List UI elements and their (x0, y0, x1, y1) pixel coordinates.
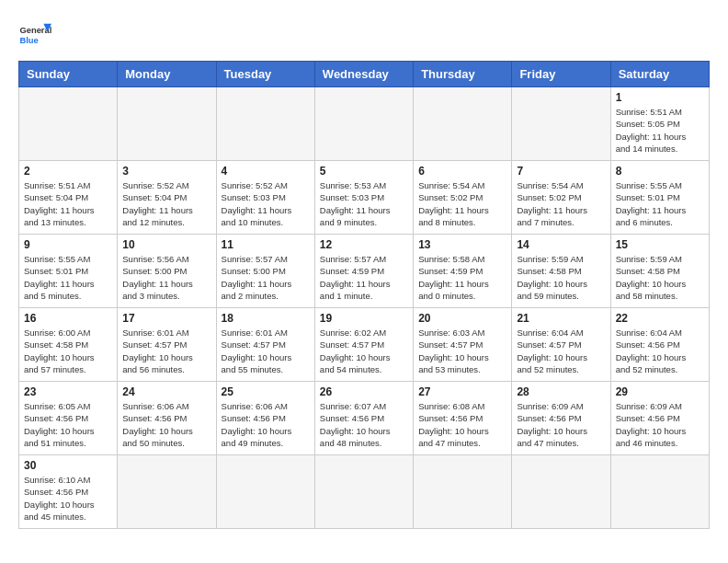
day-info: Sunrise: 5:57 AM Sunset: 5:00 PM Dayligh… (222, 253, 310, 302)
day-info: Sunrise: 6:06 AM Sunset: 4:56 PM Dayligh… (122, 400, 210, 449)
calendar-day-cell: 4Sunrise: 5:52 AM Sunset: 5:03 PM Daylig… (216, 161, 314, 235)
day-header-wednesday: Wednesday (314, 62, 413, 87)
calendar-day-cell: 21Sunrise: 6:04 AM Sunset: 4:57 PM Dayli… (512, 308, 610, 382)
calendar-day-cell (414, 87, 512, 161)
day-number: 5 (320, 165, 408, 178)
calendar-day-cell: 19Sunrise: 6:02 AM Sunset: 4:57 PM Dayli… (314, 308, 413, 382)
day-info: Sunrise: 5:59 AM Sunset: 4:58 PM Dayligh… (616, 253, 704, 302)
day-number: 15 (616, 238, 704, 251)
day-info: Sunrise: 5:56 AM Sunset: 5:00 PM Dayligh… (122, 253, 210, 302)
day-info: Sunrise: 5:52 AM Sunset: 5:03 PM Dayligh… (222, 179, 310, 228)
day-info: Sunrise: 6:03 AM Sunset: 4:57 PM Dayligh… (418, 327, 506, 375)
calendar-day-cell (512, 455, 610, 529)
calendar-day-cell: 15Sunrise: 5:59 AM Sunset: 4:58 PM Dayli… (610, 235, 709, 308)
day-number: 13 (418, 238, 506, 251)
calendar-day-cell (512, 87, 610, 161)
calendar-day-cell: 7Sunrise: 5:54 AM Sunset: 5:02 PM Daylig… (512, 161, 610, 235)
day-number: 3 (122, 165, 210, 178)
calendar-day-cell: 3Sunrise: 5:52 AM Sunset: 5:04 PM Daylig… (118, 161, 216, 235)
day-info: Sunrise: 6:09 AM Sunset: 4:56 PM Dayligh… (616, 400, 704, 449)
calendar-week-row: 16Sunrise: 6:00 AM Sunset: 4:58 PM Dayli… (19, 308, 710, 382)
day-number: 1 (616, 91, 704, 104)
calendar-day-cell: 14Sunrise: 5:59 AM Sunset: 4:58 PM Dayli… (512, 235, 610, 308)
day-number: 16 (24, 312, 112, 325)
calendar-day-cell: 6Sunrise: 5:54 AM Sunset: 5:02 PM Daylig… (414, 161, 512, 235)
day-number: 23 (24, 385, 112, 398)
calendar-day-cell (414, 455, 512, 529)
calendar-day-cell: 25Sunrise: 6:06 AM Sunset: 4:56 PM Dayli… (216, 382, 314, 455)
calendar-week-row: 30Sunrise: 6:10 AM Sunset: 4:56 PM Dayli… (19, 455, 710, 529)
calendar-day-cell (314, 455, 413, 529)
day-number: 12 (320, 238, 408, 251)
calendar-day-cell: 20Sunrise: 6:03 AM Sunset: 4:57 PM Dayli… (414, 308, 512, 382)
calendar-day-cell: 29Sunrise: 6:09 AM Sunset: 4:56 PM Dayli… (610, 382, 709, 455)
day-header-friday: Friday (512, 62, 610, 87)
calendar-day-cell (118, 87, 216, 161)
calendar-day-cell: 17Sunrise: 6:01 AM Sunset: 4:57 PM Dayli… (118, 308, 216, 382)
calendar-day-cell (19, 87, 118, 161)
day-number: 27 (418, 385, 506, 398)
calendar-day-cell: 2Sunrise: 5:51 AM Sunset: 5:04 PM Daylig… (19, 161, 118, 235)
day-number: 9 (24, 238, 112, 251)
calendar-table: SundayMondayTuesdayWednesdayThursdayFrid… (18, 61, 710, 529)
day-info: Sunrise: 5:55 AM Sunset: 5:01 PM Dayligh… (24, 253, 112, 302)
calendar-day-cell (118, 455, 216, 529)
day-number: 4 (222, 165, 310, 178)
day-number: 21 (517, 312, 605, 325)
day-number: 24 (122, 385, 210, 398)
day-number: 25 (222, 385, 310, 398)
day-number: 14 (517, 238, 605, 251)
day-number: 20 (418, 312, 506, 325)
calendar-day-cell: 18Sunrise: 6:01 AM Sunset: 4:57 PM Dayli… (216, 308, 314, 382)
calendar-day-cell: 11Sunrise: 5:57 AM Sunset: 5:00 PM Dayli… (216, 235, 314, 308)
day-number: 7 (517, 165, 605, 178)
day-info: Sunrise: 5:53 AM Sunset: 5:03 PM Dayligh… (320, 179, 408, 228)
calendar-day-cell: 5Sunrise: 5:53 AM Sunset: 5:03 PM Daylig… (314, 161, 413, 235)
day-info: Sunrise: 5:57 AM Sunset: 4:59 PM Dayligh… (320, 253, 408, 302)
day-number: 22 (616, 312, 704, 325)
day-info: Sunrise: 5:52 AM Sunset: 5:04 PM Dayligh… (122, 179, 210, 228)
day-info: Sunrise: 5:51 AM Sunset: 5:05 PM Dayligh… (616, 106, 704, 155)
calendar-day-cell: 8Sunrise: 5:55 AM Sunset: 5:01 PM Daylig… (610, 161, 709, 235)
day-info: Sunrise: 6:01 AM Sunset: 4:57 PM Dayligh… (122, 327, 210, 375)
calendar-day-cell (216, 455, 314, 529)
day-header-tuesday: Tuesday (216, 62, 314, 87)
calendar-day-cell: 13Sunrise: 5:58 AM Sunset: 4:59 PM Dayli… (414, 235, 512, 308)
calendar-day-cell: 1Sunrise: 5:51 AM Sunset: 5:05 PM Daylig… (610, 87, 709, 161)
day-info: Sunrise: 6:01 AM Sunset: 4:57 PM Dayligh… (222, 327, 310, 375)
calendar-week-row: 1Sunrise: 5:51 AM Sunset: 5:05 PM Daylig… (19, 87, 710, 161)
day-number: 26 (320, 385, 408, 398)
day-number: 10 (122, 238, 210, 251)
svg-text:Blue: Blue (19, 36, 38, 45)
day-info: Sunrise: 6:07 AM Sunset: 4:56 PM Dayligh… (320, 400, 408, 449)
day-header-thursday: Thursday (414, 62, 512, 87)
day-info: Sunrise: 5:59 AM Sunset: 4:58 PM Dayligh… (517, 253, 605, 302)
calendar-day-cell: 24Sunrise: 6:06 AM Sunset: 4:56 PM Dayli… (118, 382, 216, 455)
day-info: Sunrise: 6:04 AM Sunset: 4:57 PM Dayligh… (517, 327, 605, 375)
day-info: Sunrise: 5:51 AM Sunset: 5:04 PM Dayligh… (24, 179, 112, 228)
calendar-day-cell: 30Sunrise: 6:10 AM Sunset: 4:56 PM Dayli… (19, 455, 118, 529)
day-info: Sunrise: 5:58 AM Sunset: 4:59 PM Dayligh… (418, 253, 506, 302)
day-header-monday: Monday (118, 62, 216, 87)
day-info: Sunrise: 6:09 AM Sunset: 4:56 PM Dayligh… (517, 400, 605, 449)
logo: General Blue (18, 18, 51, 52)
calendar-day-cell (314, 87, 413, 161)
logo-icon: General Blue (18, 18, 51, 52)
day-info: Sunrise: 6:02 AM Sunset: 4:57 PM Dayligh… (320, 327, 408, 375)
calendar-day-cell: 27Sunrise: 6:08 AM Sunset: 4:56 PM Dayli… (414, 382, 512, 455)
day-number: 18 (222, 312, 310, 325)
calendar-day-cell: 22Sunrise: 6:04 AM Sunset: 4:56 PM Dayli… (610, 308, 709, 382)
day-info: Sunrise: 6:05 AM Sunset: 4:56 PM Dayligh… (24, 400, 112, 449)
calendar-day-cell: 28Sunrise: 6:09 AM Sunset: 4:56 PM Dayli… (512, 382, 610, 455)
day-info: Sunrise: 6:08 AM Sunset: 4:56 PM Dayligh… (418, 400, 506, 449)
day-number: 17 (122, 312, 210, 325)
day-header-sunday: Sunday (19, 62, 118, 87)
calendar-day-cell (610, 455, 709, 529)
day-number: 30 (24, 459, 112, 472)
day-number: 2 (24, 165, 112, 178)
day-info: Sunrise: 6:06 AM Sunset: 4:56 PM Dayligh… (222, 400, 310, 449)
day-number: 29 (616, 385, 704, 398)
calendar-day-cell: 16Sunrise: 6:00 AM Sunset: 4:58 PM Dayli… (19, 308, 118, 382)
calendar-week-row: 23Sunrise: 6:05 AM Sunset: 4:56 PM Dayli… (19, 382, 710, 455)
day-header-saturday: Saturday (610, 62, 709, 87)
